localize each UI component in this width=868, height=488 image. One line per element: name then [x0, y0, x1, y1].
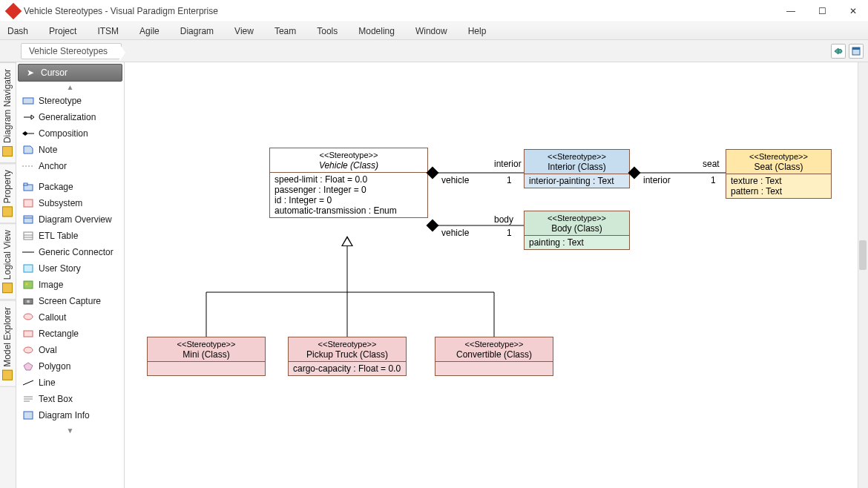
palette-diagram-info[interactable]: Diagram Info — [16, 407, 124, 423]
palette-user-story[interactable]: User Story — [16, 260, 124, 277]
svg-point-21 — [27, 300, 30, 303]
menu-dash[interactable]: Dash — [7, 26, 28, 36]
role-label: seat — [703, 159, 720, 169]
menu-team[interactable]: Team — [274, 26, 296, 36]
menu-window[interactable]: Window — [415, 26, 447, 36]
tab-diagram-navigator[interactable]: Diagram Navigator — [0, 62, 16, 163]
svg-rect-1 — [852, 47, 860, 50]
tab-property[interactable]: Property — [0, 163, 16, 223]
palette-image[interactable]: Image — [16, 277, 124, 293]
palette-note[interactable]: Note — [16, 142, 124, 158]
subsystem-icon — [22, 199, 34, 208]
title-bar: Vehicle Stereotypes - Visual Paradigm En… — [0, 0, 868, 22]
palette-diagram-overview[interactable]: Diagram Overview — [16, 211, 124, 228]
class-mini[interactable]: <<Stereotype>>Mini (Class) — [147, 337, 266, 376]
menu-tools[interactable]: Tools — [317, 26, 338, 36]
svg-rect-2 — [23, 98, 33, 104]
mult-label: 1 — [507, 175, 512, 185]
svg-point-24 — [24, 347, 33, 353]
svg-marker-4 — [31, 115, 34, 119]
polygon-icon — [22, 362, 34, 371]
app-logo-icon — [5, 2, 22, 19]
palette-package[interactable]: Package — [16, 179, 124, 195]
svg-rect-13 — [24, 232, 33, 240]
palette-scroll-down[interactable]: ▼ — [16, 423, 124, 438]
palette-screen-capture[interactable]: Screen Capture — [16, 293, 124, 309]
vertical-scrollbar[interactable] — [858, 62, 868, 488]
class-convertible[interactable]: <<Stereotype>>Convertible (Class) — [435, 337, 553, 376]
svg-line-26 — [23, 380, 33, 385]
composition-diamond-icon — [628, 167, 641, 179]
palette-line[interactable]: Line — [16, 375, 124, 391]
class-seat[interactable]: <<Stereotype>>Seat (Class) texture : Tex… — [726, 149, 832, 199]
tab-icon — [2, 206, 13, 217]
note-icon — [22, 145, 34, 154]
breadcrumb[interactable]: Vehicle Stereotypes — [21, 43, 122, 59]
tab-model-explorer[interactable]: Model Explorer — [0, 300, 16, 387]
layout-icon[interactable] — [849, 44, 864, 59]
userstory-icon — [22, 264, 34, 273]
svg-rect-18 — [24, 281, 33, 288]
class-pickup[interactable]: <<Stereotype>>Pickup Truck (Class) cargo… — [288, 337, 407, 376]
role-label: body — [494, 214, 513, 225]
scrollbar-thumb[interactable] — [859, 240, 867, 270]
palette-text-box[interactable]: Text Box — [16, 391, 124, 407]
window-title: Vehicle Stereotypes - Visual Paradigm En… — [24, 6, 782, 16]
palette-composition[interactable]: Composition — [16, 125, 124, 142]
role-label: interior — [494, 159, 522, 169]
menu-bar: Dash Project ITSM Agile Diagram View Tea… — [0, 22, 868, 40]
palette-oval[interactable]: Oval — [16, 342, 124, 358]
class-vehicle[interactable]: <<Stereotype>>Vehicle (Class) speed-limi… — [269, 148, 428, 218]
role-label: vehicle — [441, 175, 469, 185]
palette-stereotype[interactable]: Stereotype — [16, 93, 124, 109]
connector-lines — [125, 62, 868, 488]
palette-polygon[interactable]: Polygon — [16, 358, 124, 375]
palette-cursor[interactable]: ➤Cursor — [18, 64, 122, 82]
palette-rectangle[interactable]: Rectangle — [16, 326, 124, 342]
stereotype-icon — [22, 96, 34, 105]
class-interior[interactable]: <<Stereotype>>Interior (Class) interior-… — [524, 149, 630, 188]
palette-scroll-up[interactable]: ▲ — [16, 82, 124, 93]
svg-marker-5 — [22, 131, 28, 136]
composition-diamond-icon — [427, 167, 439, 179]
palette-callout[interactable]: Callout — [16, 309, 124, 326]
connector-icon — [22, 248, 34, 257]
minimize-button[interactable]: — — [782, 6, 800, 16]
menu-view[interactable]: View — [234, 26, 254, 36]
close-button[interactable]: ✕ — [844, 6, 862, 16]
side-tab-strip: Diagram Navigator Property Logical View … — [0, 62, 16, 488]
tab-logical-view[interactable]: Logical View — [0, 223, 16, 300]
svg-rect-17 — [24, 265, 33, 272]
mult-label: 1 — [507, 228, 512, 238]
etl-icon — [22, 231, 34, 240]
svg-point-19 — [26, 283, 28, 286]
palette-generic-connector[interactable]: Generic Connector — [16, 244, 124, 260]
overview-icon — [22, 215, 34, 224]
palette-generalization[interactable]: Generalization — [16, 109, 124, 125]
oval-icon — [22, 346, 34, 355]
maximize-button[interactable]: ☐ — [813, 6, 831, 16]
svg-rect-9 — [24, 183, 27, 185]
palette-subsystem[interactable]: Subsystem — [16, 195, 124, 211]
menu-help[interactable]: Help — [468, 26, 487, 36]
palette-anchor[interactable]: Anchor — [16, 158, 124, 174]
diagraminfo-icon — [22, 411, 34, 420]
image-icon — [22, 280, 34, 289]
toolbar: Vehicle Stereotypes — [0, 40, 868, 62]
menu-itsm[interactable]: ITSM — [97, 26, 119, 36]
menu-modeling[interactable]: Modeling — [358, 26, 395, 36]
svg-rect-23 — [24, 331, 33, 337]
palette-etl-table[interactable]: ETL Table — [16, 228, 124, 244]
rectangle-icon — [22, 329, 34, 338]
generalization-arrow-icon — [341, 236, 353, 246]
role-label: vehicle — [441, 228, 469, 238]
class-body[interactable]: <<Stereotype>>Body (Class) painting : Te… — [524, 211, 630, 250]
textbox-icon — [22, 395, 34, 403]
announce-icon[interactable] — [831, 44, 846, 59]
menu-project[interactable]: Project — [49, 26, 76, 36]
line-icon — [22, 378, 34, 387]
menu-diagram[interactable]: Diagram — [180, 26, 214, 36]
menu-agile[interactable]: Agile — [139, 26, 160, 36]
diagram-canvas[interactable]: <<Stereotype>>Vehicle (Class) speed-limi… — [125, 62, 868, 488]
tab-icon — [2, 146, 13, 156]
